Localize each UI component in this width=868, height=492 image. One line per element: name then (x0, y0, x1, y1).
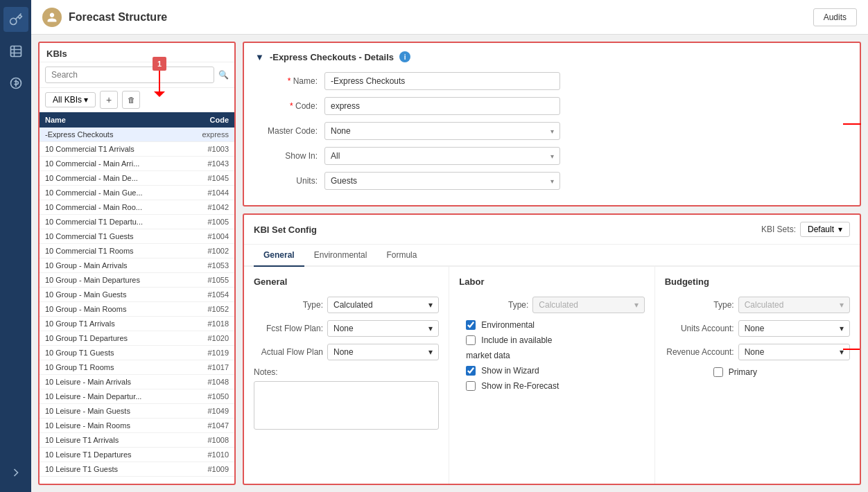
tab-general[interactable]: General (254, 245, 304, 267)
table-row[interactable]: 10 Leisure - Main Rooms #1047 (40, 419, 234, 433)
kbi-name-cell: 10 Group - Main Departures (40, 273, 184, 288)
table-row[interactable]: 10 Commercial T1 Departu... #1005 (40, 215, 234, 229)
notes-textarea[interactable] (254, 381, 439, 430)
right-panel: 1 2 ▼ -Express Checkouts - Detail (243, 42, 861, 485)
tab-formula[interactable]: Formula (376, 245, 426, 267)
info-icon[interactable]: i (399, 51, 410, 62)
delete-kbi-button[interactable]: 🗑 (122, 91, 140, 109)
revenue-account-select[interactable]: None ▾ (738, 344, 850, 360)
fcst-flow-select[interactable]: None ▾ (327, 320, 439, 337)
units-label: Units: (255, 176, 324, 186)
kbi-sets-label: KBI Sets: (761, 225, 796, 234)
table-row[interactable]: 10 Leisure - Main Arrivals #1048 (40, 375, 234, 389)
table-row[interactable]: 10 Commercial T1 Arrivals #1003 (40, 142, 234, 157)
table-row[interactable]: 10 Leisure T1 Arrivals #1008 (40, 433, 234, 448)
code-input[interactable] (324, 97, 560, 115)
table-row[interactable]: 10 Commercial T1 Guests #1004 (40, 229, 234, 244)
table-row[interactable]: 10 Commercial - Main Arri... #1043 (40, 157, 234, 171)
kbi-code-cell: #1045 (184, 171, 234, 186)
kbi-name-cell: 10 Commercial - Main De... (40, 171, 184, 186)
config-tabs: General Environmental Formula (244, 245, 860, 267)
kbi-name-cell: 10 Leisure - Main Arrivals (40, 375, 184, 389)
kbi-name-cell: 10 Leisure - Main Rooms (40, 419, 184, 433)
kbi-code-cell: express (184, 128, 234, 142)
table-row[interactable]: 10 Group T1 Departures #1020 (40, 331, 234, 346)
include-available-label: Include in available (481, 335, 552, 345)
table-row[interactable]: 10 Commercial - Main Roo... #1042 (40, 200, 234, 215)
units-row: Units: Guests ▾ (255, 172, 849, 190)
general-section: General Type: Calculated ▾ Fcst Flow Pla… (244, 267, 449, 484)
primary-checkbox[interactable] (713, 367, 723, 377)
all-kbis-button[interactable]: All KBIs ▾ (45, 92, 96, 107)
table-row[interactable]: 10 Commercial T1 Rooms #1002 (40, 244, 234, 258)
show-wizard-checkbox[interactable] (466, 366, 476, 376)
actual-flow-label: Actual Flow Plan (254, 347, 323, 357)
environmental-checkbox[interactable] (466, 320, 476, 330)
kbi-config-box: 3 KBI Set Config KBI Sets: Default ▾ (243, 213, 861, 485)
kbi-name-cell: 10 Group T1 Arrivals (40, 317, 184, 331)
main-area: Forecast Structure Audits KBIs 🔍 All KBI… (31, 0, 868, 492)
svg-rect-0 (10, 46, 21, 57)
general-type-select[interactable]: Calculated ▾ (327, 297, 439, 313)
budgeting-section-title: Budgeting (665, 276, 850, 287)
table-row[interactable]: 10 Group T1 Guests #1019 (40, 346, 234, 360)
page-title: Forecast Structure (69, 11, 167, 24)
table-row[interactable]: 10 Group - Main Departures #1055 (40, 273, 234, 288)
table-row[interactable]: 10 Group - Main Guests #1054 (40, 288, 234, 302)
table-row[interactable]: 10 Leisure T1 Guests #1009 (40, 462, 234, 477)
show-in-select[interactable]: All ▾ (324, 147, 560, 165)
kbi-code-cell: #1055 (184, 273, 234, 288)
name-input[interactable] (324, 72, 560, 90)
units-account-select[interactable]: None ▾ (738, 320, 850, 337)
include-available-checkbox[interactable] (466, 335, 476, 345)
tab-environmental[interactable]: Environmental (304, 245, 377, 267)
units-select[interactable]: Guests ▾ (324, 172, 560, 190)
table-row[interactable]: -Express Checkouts express (40, 128, 234, 142)
actual-flow-select[interactable]: None ▾ (327, 344, 439, 360)
chevron-down-icon: ▾ (550, 177, 554, 185)
code-label: Code: (255, 101, 324, 111)
labor-type-select[interactable]: Calculated ▾ (532, 297, 644, 313)
kbi-code-cell: #1043 (184, 157, 234, 171)
annotation-2: 2 (843, 117, 861, 131)
kbi-name-cell: 10 Group T1 Rooms (40, 360, 184, 375)
details-toggle[interactable]: ▼ (255, 52, 264, 62)
kbi-name-cell: 10 Group - Main Arrivals (40, 258, 184, 273)
chevron-down-icon: ▾ (840, 324, 844, 333)
include-available-row: Include in available (459, 335, 644, 345)
show-reforecast-checkbox[interactable] (466, 381, 476, 391)
kbi-sets-dropdown[interactable]: Default ▾ (800, 222, 850, 237)
audits-button[interactable]: Audits (813, 8, 857, 26)
kbi-code-cell: #1017 (184, 360, 234, 375)
labor-type-row: Type: Calculated ▾ (459, 297, 644, 313)
notes-label: Notes: (254, 367, 439, 377)
kbi-code-cell: #1054 (184, 288, 234, 302)
table-row[interactable]: 10 Commercial - Main De... #1045 (40, 171, 234, 186)
app-sidebar (0, 0, 31, 492)
col-name: Name (40, 112, 184, 128)
notes-area: Notes: (254, 367, 439, 432)
nav-icon-table[interactable] (3, 39, 28, 64)
nav-icon-dollar[interactable] (3, 71, 28, 96)
chevron-down-icon: ▾ (428, 300, 433, 310)
table-row[interactable]: 10 Leisure - Main Departur... #1050 (40, 389, 234, 404)
kbi-name-cell: 10 Group T1 Departures (40, 331, 184, 346)
table-row[interactable]: 10 Group - Main Rooms #1052 (40, 302, 234, 317)
kbi-name-cell: 10 Group - Main Rooms (40, 302, 184, 317)
table-row[interactable]: 10 Leisure T1 Departures #1010 (40, 448, 234, 462)
table-row[interactable]: 10 Group T1 Arrivals #1018 (40, 317, 234, 331)
chevron-down-icon: ▾ (838, 225, 842, 234)
table-row[interactable]: 10 Leisure - Main Guests #1049 (40, 404, 234, 419)
table-row[interactable]: 10 Commercial - Main Gue... #1044 (40, 186, 234, 200)
details-title: -Express Checkouts - Details (270, 52, 394, 62)
nav-icon-expand[interactable] (3, 460, 28, 485)
table-row[interactable]: 10 Group T1 Rooms #1017 (40, 360, 234, 375)
code-row: Code: (255, 97, 849, 115)
table-row[interactable]: 10 Group - Main Arrivals #1053 (40, 258, 234, 273)
search-input[interactable] (45, 67, 214, 83)
master-code-select[interactable]: None ▾ (324, 122, 560, 140)
add-kbi-button[interactable]: + (100, 91, 118, 109)
general-section-title: General (254, 276, 439, 287)
nav-icon-key[interactable] (3, 7, 28, 32)
budgeting-type-select[interactable]: Calculated ▾ (738, 297, 850, 313)
